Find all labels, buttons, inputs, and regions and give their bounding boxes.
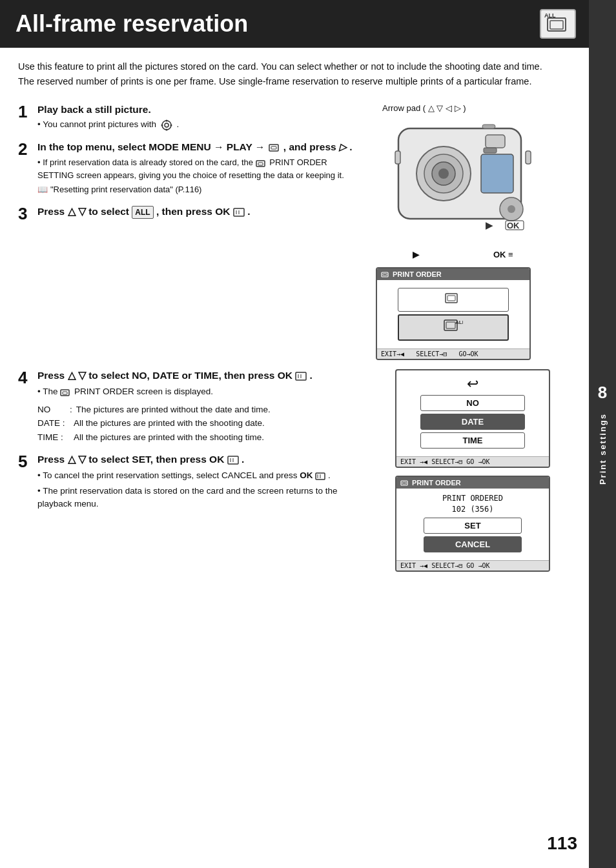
svg-point-25 bbox=[508, 205, 515, 213]
screen-3-line1: PRINT ORDERED bbox=[403, 494, 542, 503]
print-icon-inline-2 bbox=[256, 159, 267, 168]
step-5-title: Press △ ▽ to select SET, then press OK . bbox=[37, 453, 360, 467]
svg-text:▶: ▶ bbox=[486, 220, 493, 230]
step-4-num: 4 bbox=[18, 369, 32, 386]
print-icon-inline-s4 bbox=[60, 388, 72, 397]
print-order-icon-s3 bbox=[400, 479, 409, 487]
screen-1-body: ALL bbox=[377, 280, 529, 348]
step-1-num: 1 bbox=[18, 103, 32, 120]
all-frame-icon-s1: ALL bbox=[444, 319, 463, 334]
svg-rect-32 bbox=[382, 272, 388, 277]
svg-rect-22 bbox=[481, 154, 513, 193]
screen-1: PRINT ORDER bbox=[376, 267, 531, 360]
chapter-number: 8 bbox=[598, 383, 607, 403]
svg-rect-28 bbox=[526, 151, 531, 164]
ok-icon-s5b bbox=[315, 472, 325, 480]
camera-svg: ▶ OK bbox=[385, 116, 540, 241]
ok-icon-inline bbox=[233, 208, 245, 217]
svg-rect-26 bbox=[482, 125, 495, 128]
svg-rect-11 bbox=[256, 161, 265, 167]
svg-rect-10 bbox=[271, 146, 276, 149]
svg-point-5 bbox=[165, 119, 167, 121]
step-2-title: In the top menu, select MODE MENU → PLAY… bbox=[37, 141, 360, 154]
screen-2-icon: ↩ bbox=[403, 376, 542, 392]
step-5-num: 5 bbox=[18, 453, 32, 470]
arrow-pad-label: Arrow pad ( △ ▽ ◁ ▷ ) bbox=[376, 103, 550, 113]
screen-3-title-text: PRINT ORDER bbox=[412, 479, 461, 487]
step-2-body: • If print reservation data is already s… bbox=[37, 156, 360, 196]
svg-rect-50 bbox=[401, 481, 407, 485]
screen-3-footer: EXIT →◀ SELECT→⊟ GO →OK bbox=[396, 560, 549, 570]
camera-legend: ▶ OK ≡ bbox=[376, 250, 550, 259]
svg-rect-27 bbox=[395, 151, 400, 164]
step-1: 1 Play back a still picture. • You canno… bbox=[18, 103, 360, 131]
right-sidebar: 8 Print settings bbox=[589, 0, 616, 868]
intro-text: Use this feature to print all the pictur… bbox=[18, 59, 550, 89]
screen-2-footer: EXIT →◀ SELECT→⊟ GO →OK bbox=[396, 456, 549, 467]
movie-icon bbox=[159, 119, 174, 131]
screen-3-line2: 102 (356) bbox=[403, 505, 542, 514]
step-5-body: • To cancel the print reservation settin… bbox=[37, 469, 360, 510]
svg-rect-42 bbox=[61, 390, 69, 396]
svg-rect-23 bbox=[484, 148, 497, 153]
svg-rect-21 bbox=[486, 135, 505, 148]
screen-2-time: TIME bbox=[420, 432, 525, 449]
single-frame-icon bbox=[444, 292, 462, 306]
icon-all-label: ALL bbox=[544, 12, 556, 19]
svg-rect-12 bbox=[258, 163, 263, 165]
screen-1-title-bar: PRINT ORDER bbox=[377, 268, 529, 280]
screen-3-set: SET bbox=[424, 518, 521, 534]
sidebar-label: Print settings bbox=[598, 413, 608, 485]
svg-point-20 bbox=[438, 168, 449, 179]
all-frame-icon-box: ALL bbox=[540, 9, 576, 39]
screen-3-title-bar: PRINT ORDER bbox=[396, 477, 549, 489]
page-number: 113 bbox=[547, 833, 577, 854]
main-content: Use this feature to print all the pictur… bbox=[0, 48, 589, 590]
screen-1-single-btn bbox=[398, 288, 509, 312]
step-2: 2 In the top menu, select MODE MENU → PL… bbox=[18, 141, 360, 196]
step-4-body: • The PRINT ORDER screen is displayed. bbox=[37, 385, 360, 444]
svg-point-4 bbox=[165, 123, 169, 127]
ok-icon-s4 bbox=[295, 372, 307, 381]
svg-point-3 bbox=[162, 121, 171, 130]
screen-2: ↩ NO DATE TIME EXIT →◀ SELECT→⊟ GO →OK bbox=[395, 369, 550, 468]
step-4-defs: NO : The pictures are printed without th… bbox=[37, 403, 360, 445]
screen-1-title-text: PRINT ORDER bbox=[393, 270, 442, 278]
svg-rect-43 bbox=[63, 392, 67, 394]
step-3-title: Press △ ▽ to select ALL , then press OK … bbox=[37, 205, 360, 219]
print-order-icon-s1 bbox=[381, 271, 390, 278]
screen-3-cancel: CANCEL bbox=[424, 536, 521, 552]
screen-2-date: DATE bbox=[420, 414, 525, 430]
print-icon-inline bbox=[268, 142, 281, 152]
legend-left: ▶ bbox=[413, 250, 419, 259]
page-header: All-frame reservation ALL bbox=[0, 0, 589, 48]
camera-diagram: ▶ OK bbox=[376, 116, 550, 243]
ok-icon-s5 bbox=[227, 456, 239, 465]
screen-2-no: NO bbox=[420, 395, 525, 411]
svg-rect-37 bbox=[446, 322, 455, 328]
screen-1-footer: EXIT→◀ SELECT→⊟ GO→OK bbox=[377, 348, 529, 359]
svg-text:ALL: ALL bbox=[455, 319, 463, 325]
screen-1-all-btn: ALL bbox=[398, 314, 509, 341]
screen-2-body: ↩ NO DATE TIME bbox=[396, 370, 549, 456]
step-1-body: • You cannot print pictures with . bbox=[37, 118, 360, 131]
step-1-title: Play back a still picture. bbox=[37, 103, 360, 117]
svg-point-8 bbox=[170, 124, 172, 126]
page-title: All-frame reservation bbox=[15, 10, 248, 37]
legend-right: OK ≡ bbox=[493, 250, 513, 259]
step-3-num: 3 bbox=[18, 205, 32, 222]
svg-text:OK: OK bbox=[507, 221, 520, 230]
svg-rect-35 bbox=[447, 296, 455, 301]
svg-rect-1 bbox=[550, 21, 563, 29]
screen-3: PRINT ORDER PRINT ORDERED 102 (356) SET … bbox=[395, 476, 550, 572]
svg-rect-33 bbox=[383, 274, 387, 276]
step-4: 4 Press △ ▽ to select NO, DATE or TIME, … bbox=[18, 369, 360, 444]
svg-rect-9 bbox=[269, 145, 278, 151]
step-2-num: 2 bbox=[18, 141, 32, 157]
step-3: 3 Press △ ▽ to select ALL , then press O… bbox=[18, 205, 360, 222]
svg-point-7 bbox=[161, 124, 163, 126]
step-4-title: Press △ ▽ to select NO, DATE or TIME, th… bbox=[37, 369, 360, 383]
step-5: 5 Press △ ▽ to select SET, then press OK… bbox=[18, 453, 360, 510]
svg-point-6 bbox=[165, 128, 167, 130]
svg-rect-51 bbox=[402, 482, 406, 484]
